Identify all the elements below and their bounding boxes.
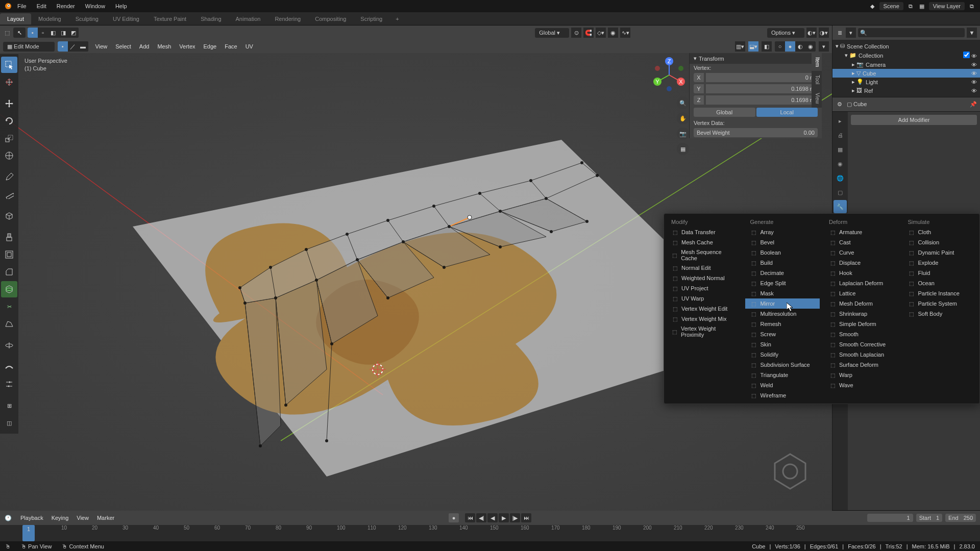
modifier-triangulate[interactable]: ⬚Triangulate xyxy=(745,370,820,380)
collection-checkbox[interactable] xyxy=(963,52,970,58)
polybuild-tool[interactable] xyxy=(1,316,17,332)
play-icon[interactable]: ▶ xyxy=(499,513,509,522)
cursor-tool-icon[interactable]: ↖ xyxy=(13,28,26,38)
scale-tool[interactable] xyxy=(1,130,17,146)
modifier-fluid[interactable]: ⬚Fluid xyxy=(903,268,978,278)
outliner-scene-collection[interactable]: ▾ ⛁ Scene Collection xyxy=(832,42,980,51)
menu-file[interactable]: File xyxy=(12,1,32,11)
tab-scene[interactable]: ◉ xyxy=(834,157,847,170)
modifier-remesh[interactable]: ⬚Remesh xyxy=(745,319,820,329)
options-dropdown[interactable]: Options ▾ xyxy=(767,28,804,38)
menu-edit[interactable]: Edit xyxy=(32,1,52,11)
measure-tool[interactable] xyxy=(1,186,17,203)
outliner-icon[interactable]: ≣ xyxy=(836,29,844,37)
outliner-ref[interactable]: ▸ 🖼 Ref👁 xyxy=(832,86,980,95)
tab-render[interactable]: ▸ xyxy=(834,114,847,128)
jump-start-icon[interactable]: ⏮ xyxy=(465,513,475,522)
modifier-lattice[interactable]: ⬚Lattice xyxy=(824,288,899,298)
modifier-vertex-weight-proximity[interactable]: ⬚Vertex Weight Proximity xyxy=(666,324,741,339)
shrink-tool[interactable]: ⊞ xyxy=(1,397,17,414)
snap-target-icon[interactable]: ◇▾ xyxy=(596,28,606,38)
zoom-icon[interactable]: 🔍 xyxy=(677,97,689,109)
vertex-z-input[interactable]: 0.1698 m xyxy=(706,95,818,105)
modifier-data-transfer[interactable]: ⬚Data Transfer xyxy=(666,227,741,237)
modifier-decimate[interactable]: ⬚Decimate xyxy=(745,268,820,278)
modifier-uv-warp[interactable]: ⬚UV Warp xyxy=(666,293,741,304)
keyframe-next-icon[interactable]: |▶ xyxy=(510,513,520,522)
modifier-mesh-deform[interactable]: ⬚Mesh Deform xyxy=(824,298,899,309)
pivot-icon[interactable]: ⊙ xyxy=(571,28,581,38)
modifier-smooth-laplacian[interactable]: ⬚Smooth Laplacian xyxy=(824,349,899,360)
edge-slide-tool[interactable] xyxy=(1,376,17,392)
proportional-type-icon[interactable]: ∿▾ xyxy=(620,28,630,38)
face-select-icon[interactable]: ▬ xyxy=(78,41,88,52)
layer-copy-icon[interactable]: ⧉ xyxy=(906,2,915,10)
orientation-dropdown[interactable]: Global ▾ xyxy=(535,28,569,38)
cursor-tool[interactable] xyxy=(1,74,17,90)
modifier-smooth[interactable]: ⬚Smooth xyxy=(824,329,899,339)
knife-tool[interactable]: ✂ xyxy=(1,298,17,315)
end-frame-input[interactable]: End250 xyxy=(945,514,976,522)
vp-menu-face[interactable]: Face xyxy=(220,42,241,51)
vp-menu-add[interactable]: Add xyxy=(135,42,154,51)
modifier-mirror[interactable]: ⬚Mirror xyxy=(745,298,820,309)
tab-world[interactable]: 🌐 xyxy=(834,171,847,185)
workspace-shading[interactable]: Shading xyxy=(193,13,228,24)
modifier-armature[interactable]: ⬚Armature xyxy=(824,227,899,237)
select-subtract-icon[interactable]: ▫ xyxy=(38,28,48,38)
tab-output[interactable]: 🖨 xyxy=(834,129,847,142)
modifier-wireframe[interactable]: ⬚Wireframe xyxy=(745,390,820,400)
modifier-dynamic-paint[interactable]: ⬚Dynamic Paint xyxy=(903,247,978,258)
modifier-simple-deform[interactable]: ⬚Simple Deform xyxy=(824,319,899,329)
menu-window[interactable]: Window xyxy=(80,1,110,11)
modifier-surface-deform[interactable]: ⬚Surface Deform xyxy=(824,360,899,370)
play-reverse-icon[interactable]: ◀ xyxy=(487,513,498,522)
modifier-cast[interactable]: ⬚Cast xyxy=(824,237,899,247)
vp-menu-uv[interactable]: UV xyxy=(241,42,257,51)
inset-tool[interactable] xyxy=(1,246,17,263)
mesh-display-icon[interactable]: ▥▾ xyxy=(735,41,745,52)
bevel-weight-input[interactable]: Bevel Weight 0.00 xyxy=(694,128,818,137)
workspace-texture-paint[interactable]: Texture Paint xyxy=(146,13,193,24)
playhead[interactable]: 1 xyxy=(22,525,35,541)
modifier-shrinkwrap[interactable]: ⬚Shrinkwrap xyxy=(824,309,899,319)
modifier-smooth-corrective[interactable]: ⬚Smooth Corrective xyxy=(824,339,899,349)
modifier-solidify[interactable]: ⬚Solidify xyxy=(745,349,820,360)
workspace-sculpting[interactable]: Sculpting xyxy=(68,13,106,24)
modifier-cloth[interactable]: ⬚Cloth xyxy=(903,227,978,237)
camera-icon[interactable]: 📷 xyxy=(677,128,689,140)
mode-dropdown[interactable]: ▦ Edit Mode xyxy=(3,42,55,52)
modifier-array[interactable]: ⬚Array xyxy=(745,227,820,237)
modifier-vertex-weight-mix[interactable]: ⬚Vertex Weight Mix xyxy=(666,314,741,324)
modifier-edge-split[interactable]: ⬚Edge Split xyxy=(745,278,820,288)
workspace-modeling[interactable]: Modeling xyxy=(31,13,68,24)
transform-tool[interactable] xyxy=(1,147,17,164)
keyframe-prev-icon[interactable]: ◀| xyxy=(476,513,486,522)
move-tool[interactable] xyxy=(1,95,17,112)
tab-modifiers[interactable]: 🔧 xyxy=(834,200,847,213)
modifier-mesh-sequence-cache[interactable]: ⬚Mesh Sequence Cache xyxy=(666,247,741,263)
outliner-camera[interactable]: ▸ 📷 Camera👁 xyxy=(832,60,980,69)
tl-menu-keying[interactable]: Keying xyxy=(47,513,73,522)
modifier-uv-project[interactable]: ⬚UV Project xyxy=(666,283,741,293)
tl-menu-marker[interactable]: Marker xyxy=(93,513,118,522)
outliner-light[interactable]: ▸ 💡 Light👁 xyxy=(832,78,980,86)
gizmo-toggle-icon[interactable]: ◐▾ xyxy=(806,28,817,38)
edge-select-icon[interactable]: ／ xyxy=(68,41,78,52)
modifier-particle-system[interactable]: ⬚Particle System xyxy=(903,298,978,309)
modifier-normal-edit[interactable]: ⬚Normal Edit xyxy=(666,263,741,273)
select-box-tool[interactable] xyxy=(1,57,17,73)
bevel-tool[interactable] xyxy=(1,264,17,280)
modifier-soft-body[interactable]: ⬚Soft Body xyxy=(903,309,978,319)
tab-item[interactable]: Item xyxy=(812,53,822,71)
current-frame-input[interactable]: 1 xyxy=(867,514,913,522)
properties-icon[interactable]: ⚙ xyxy=(836,101,844,109)
vertex-y-input[interactable]: 0.1698 m xyxy=(706,84,818,93)
modifier-ocean[interactable]: ⬚Ocean xyxy=(903,278,978,288)
modifier-boolean[interactable]: ⬚Boolean xyxy=(745,247,820,258)
modifier-mesh-cache[interactable]: ⬚Mesh Cache xyxy=(666,237,741,247)
add-workspace-button[interactable]: + xyxy=(389,16,405,22)
start-frame-input[interactable]: Start1 xyxy=(916,514,942,522)
modifier-multiresolution[interactable]: ⬚Multiresolution xyxy=(745,309,820,319)
local-button[interactable]: Local xyxy=(756,108,818,117)
